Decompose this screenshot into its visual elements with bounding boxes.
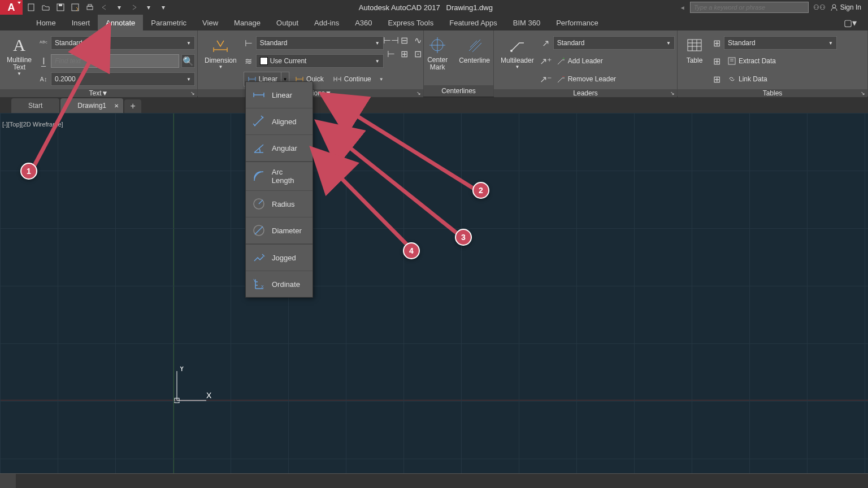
panel-title-leaders[interactable]: Leaders↘	[494, 89, 677, 97]
svg-text:Y: Y	[253, 278, 256, 282]
view-controls[interactable]: [-][Top][2D Wireframe]	[2, 121, 63, 128]
flyout-ordinate[interactable]: YX Ordinate	[246, 271, 313, 297]
table-export-icon[interactable]: ⊞	[711, 74, 722, 84]
search-input[interactable]	[690, 2, 809, 13]
svg-point-8	[510, 50, 513, 52]
textstyle-icon: ᴬᴮᶜ	[38, 38, 49, 48]
tab-drawing1[interactable]: Drawing1✕	[60, 98, 123, 113]
ribbon: A Multiline Text ▼ ᴬᴮᶜ Standard▼ I̲ 🔍 A↕…	[0, 30, 868, 97]
open-icon[interactable]	[40, 1, 52, 14]
remove-leader-button[interactable]: − Remove Leader	[553, 72, 619, 86]
undo-drop-icon[interactable]: ▾	[113, 1, 125, 14]
dim-break-icon[interactable]: ⊢⊣	[386, 35, 396, 45]
ribbon-expand-icon[interactable]: ▢▾	[844, 18, 857, 28]
centerline-button[interactable]: Centerline	[454, 33, 494, 67]
aligned-dim-icon	[251, 114, 266, 129]
panel-title-tables[interactable]: Tables↘	[678, 89, 867, 97]
ribbon-tabs: Home Insert Annotate Parametric View Man…	[0, 15, 868, 30]
tab-manage[interactable]: Manage	[226, 15, 268, 30]
saveas-icon[interactable]	[69, 1, 81, 14]
arclength-dim-icon	[251, 169, 266, 184]
tab-view[interactable]: View	[194, 15, 226, 30]
panel-text: A Multiline Text ▼ ᴬᴮᶜ Standard▼ I̲ 🔍 A↕…	[0, 30, 198, 97]
qat-customize-icon[interactable]: ▾	[157, 1, 170, 14]
print-icon[interactable]	[84, 1, 96, 14]
panel-title-text[interactable]: Text ▼↘	[0, 89, 197, 97]
tab-output[interactable]: Output	[268, 15, 306, 30]
dim-baseline-icon[interactable]: ⊢	[386, 49, 396, 59]
leader-collect-icon[interactable]: ↗⁻	[541, 74, 551, 84]
tab-annotate[interactable]: Annotate	[98, 15, 143, 30]
flyout-radius[interactable]: Radius	[246, 191, 313, 217]
tab-insert[interactable]: Insert	[64, 15, 98, 30]
dim-tolerance-icon[interactable]: ⊡	[413, 49, 423, 59]
flyout-angular[interactable]: Angular	[246, 135, 313, 162]
dim-layer-combo[interactable]: Use Current ▼	[256, 54, 384, 68]
new-tab-button[interactable]: +	[124, 99, 141, 113]
window-title: Autodesk AutoCAD 2017 Drawing1.dwg	[172, 3, 680, 12]
table-button[interactable]: Table	[680, 33, 709, 67]
dim-continue-button[interactable]: Continue	[329, 72, 375, 86]
tab-performance[interactable]: Performance	[548, 15, 606, 30]
table-edit-icon[interactable]: ⊞	[711, 56, 722, 66]
tab-bim360[interactable]: BIM 360	[505, 15, 548, 30]
tab-start[interactable]: Start	[11, 98, 59, 113]
dimension-button[interactable]: Dimension ▼	[200, 33, 241, 72]
title-bar: A ▾ ▾ ▾ Autodesk AutoCAD 2017 Drawing1.d…	[0, 0, 868, 15]
tab-parametric[interactable]: Parametric	[143, 15, 194, 30]
close-icon[interactable]: ✕	[114, 103, 119, 109]
text-style-combo[interactable]: Standard▼	[51, 36, 195, 50]
search-back-icon[interactable]: ◄	[680, 5, 685, 11]
remove-leader-icon: −	[557, 75, 566, 84]
flyout-jogged[interactable]: Jogged	[246, 244, 313, 271]
dim-adjust-icon[interactable]: ⊟	[400, 35, 410, 45]
redo-drop-icon[interactable]: ▾	[142, 1, 155, 14]
tab-home[interactable]: Home	[28, 15, 64, 30]
table-style-combo[interactable]: Standard▼	[724, 36, 837, 50]
dim-oblique-icon[interactable]: ⊞	[400, 49, 410, 59]
multileader-button[interactable]: Multileader ▼	[496, 33, 539, 72]
multiline-text-button[interactable]: A Multiline Text ▼	[2, 33, 36, 79]
svg-point-6	[832, 5, 836, 8]
tab-featured[interactable]: Featured Apps	[441, 15, 505, 30]
dimension-type-flyout: Linear Aligned Angular Arc Length Radius…	[245, 81, 313, 298]
svg-rect-2	[59, 4, 62, 6]
tablestyle-icon: ⊞	[711, 38, 722, 48]
find-text-input[interactable]	[51, 54, 179, 68]
add-leader-button[interactable]: + Add Leader	[553, 54, 606, 68]
svg-rect-11	[688, 40, 701, 51]
flyout-aligned[interactable]: Aligned	[246, 108, 313, 135]
extract-data-button[interactable]: Extract Data	[724, 54, 779, 68]
leader-align-icon[interactable]: ↗⁺	[541, 56, 551, 66]
app-menu-button[interactable]: A	[0, 0, 23, 15]
link-data-button[interactable]: Link Data	[724, 72, 771, 86]
dimension-icon	[210, 35, 231, 55]
new-icon[interactable]	[25, 1, 37, 14]
tab-a360[interactable]: A360	[347, 15, 380, 30]
quick-access-toolbar: ▾ ▾ ▾	[23, 0, 172, 15]
undo-icon[interactable]	[98, 1, 111, 14]
annotation-badge-2: 2	[472, 182, 489, 199]
svg-text:X: X	[261, 285, 264, 289]
centermark-button[interactable]: Center Mark	[423, 33, 452, 73]
tab-addins[interactable]: Add-ins	[306, 15, 347, 30]
panel-tables: Table ⊞ Standard▼ ⊞ Extract Data ⊞	[678, 30, 868, 97]
save-icon[interactable]	[54, 1, 67, 14]
dim-jogged-icon[interactable]: ∿	[413, 35, 423, 45]
model-layout-toggle[interactable]	[0, 474, 16, 488]
dim-style-combo[interactable]: Standard▼	[256, 36, 384, 50]
redo-icon[interactable]	[128, 1, 140, 14]
signin-button[interactable]: Sign In	[830, 3, 861, 11]
find-go-icon[interactable]: 🔍	[181, 54, 195, 68]
infocenter-icon[interactable]: ⚇⚇	[813, 3, 826, 11]
flyout-arclength[interactable]: Arc Length	[246, 162, 313, 191]
annotation-badge-4: 4	[403, 242, 420, 259]
svg-rect-5	[88, 5, 92, 6]
leader-style-combo[interactable]: Standard▼	[553, 36, 675, 50]
flyout-linear[interactable]: Linear	[246, 82, 313, 108]
drawing-canvas[interactable]: [-][Top][2D Wireframe] Y X	[0, 113, 868, 473]
text-height-combo[interactable]: 0.2000▼	[51, 72, 195, 86]
panel-leaders: Multileader ▼ ↗ Standard▼ ↗⁺ + Add Leade…	[494, 30, 678, 97]
tab-express[interactable]: Express Tools	[380, 15, 442, 30]
flyout-diameter[interactable]: Diameter	[246, 217, 313, 244]
